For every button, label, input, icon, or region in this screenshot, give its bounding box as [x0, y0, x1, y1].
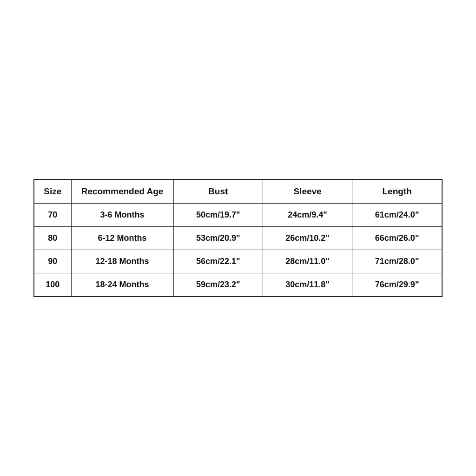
header-recommended-age: Recommended Age — [71, 179, 173, 204]
cell-bust: 53cm/20.9" — [173, 227, 263, 250]
header-sleeve: Sleeve — [263, 179, 352, 204]
cell-bust: 56cm/22.1" — [173, 250, 263, 273]
header-bust: Bust — [173, 179, 263, 204]
cell-length: 61cm/24.0" — [352, 204, 442, 227]
cell-age: 3-6 Months — [71, 204, 173, 227]
cell-size: 80 — [34, 227, 71, 250]
cell-size: 70 — [34, 204, 71, 227]
table-row: 806-12 Months53cm/20.9"26cm/10.2"66cm/26… — [34, 227, 442, 250]
cell-sleeve: 24cm/9.4" — [263, 204, 352, 227]
cell-age: 12-18 Months — [71, 250, 173, 273]
table-row: 703-6 Months50cm/19.7"24cm/9.4"61cm/24.0… — [34, 204, 442, 227]
table-row: 10018-24 Months59cm/23.2"30cm/11.8"76cm/… — [34, 273, 442, 297]
cell-bust: 59cm/23.2" — [173, 273, 263, 297]
table-row: 9012-18 Months56cm/22.1"28cm/11.0"71cm/2… — [34, 250, 442, 273]
cell-sleeve: 30cm/11.8" — [263, 273, 352, 297]
cell-length: 76cm/29.9" — [352, 273, 442, 297]
cell-bust: 50cm/19.7" — [173, 204, 263, 227]
cell-age: 18-24 Months — [71, 273, 173, 297]
header-length: Length — [352, 179, 442, 204]
cell-age: 6-12 Months — [71, 227, 173, 250]
cell-size: 90 — [34, 250, 71, 273]
cell-size: 100 — [34, 273, 71, 297]
header-size: Size — [34, 179, 71, 204]
cell-sleeve: 28cm/11.0" — [263, 250, 352, 273]
size-chart-container: Size Recommended Age Bust Sleeve Length … — [33, 179, 443, 297]
cell-sleeve: 26cm/10.2" — [263, 227, 352, 250]
table-header-row: Size Recommended Age Bust Sleeve Length — [34, 179, 442, 204]
cell-length: 71cm/28.0" — [352, 250, 442, 273]
cell-length: 66cm/26.0" — [352, 227, 442, 250]
size-chart-table: Size Recommended Age Bust Sleeve Length … — [33, 179, 443, 297]
